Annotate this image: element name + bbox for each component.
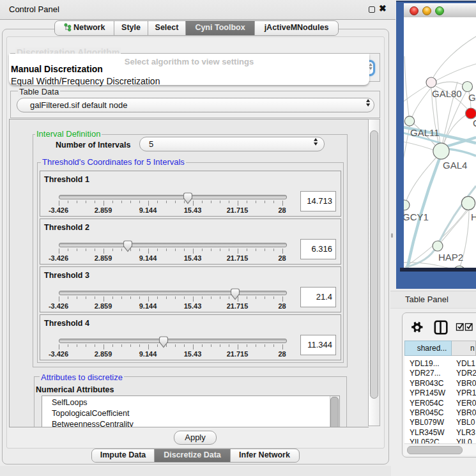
svg-text:GAL4: GAL4: [443, 160, 467, 171]
svg-text:C: C: [473, 118, 476, 128]
svg-text:GAL80: GAL80: [432, 88, 462, 99]
svg-text:GAL11: GAL11: [410, 127, 440, 138]
svg-text:GCY1: GCY1: [404, 211, 429, 222]
svg-text:H: H: [471, 211, 476, 222]
svg-text:HAP2: HAP2: [438, 252, 463, 263]
svg-text:GA: GA: [468, 92, 476, 103]
